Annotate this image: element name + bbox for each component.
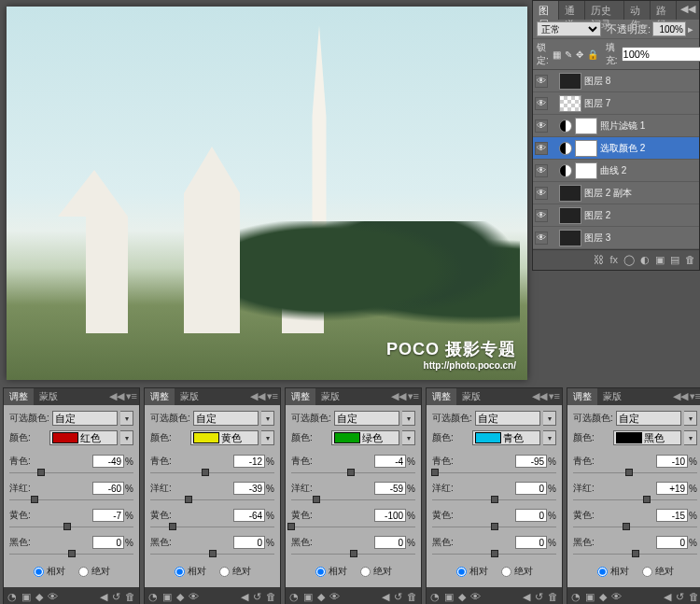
slider-value-input[interactable] [656,509,688,522]
collapse-icon[interactable]: ◀◀ [109,390,124,403]
tab-layers[interactable]: 图层 [533,1,559,20]
link-icon[interactable]: ⛓ [594,254,604,266]
visibility-eye-icon[interactable]: 👁 [535,209,548,222]
slider-handle[interactable] [287,523,295,530]
relative-radio[interactable]: 相对 [456,565,488,578]
menu-icon[interactable]: ▾≡ [126,390,137,403]
fx-icon[interactable]: fx [609,254,618,266]
slider-value-input[interactable] [656,482,688,495]
tab-adjustments[interactable]: 调整 [427,388,456,405]
opacity-input[interactable] [652,21,686,36]
lock-all-icon[interactable]: 🔒 [587,49,598,60]
slider-handle[interactable] [63,523,71,530]
tab-channels[interactable]: 通道 [559,1,585,20]
layer-row[interactable]: 👁图层 2 副本 [533,182,699,204]
menu-icon[interactable]: ▾≡ [690,390,700,403]
lock-pixels-icon[interactable]: ✎ [565,49,572,60]
collapse-icon[interactable]: ◀◀ [677,1,699,20]
slider-value-input[interactable] [92,482,124,495]
preset-dropdown[interactable]: 自定 [334,411,399,426]
prev-icon[interactable]: ◀ [241,591,248,603]
slider-handle[interactable] [169,523,176,530]
slider-track[interactable] [291,496,415,505]
preset-dropdown[interactable]: 自定 [193,411,259,426]
tab-masks[interactable]: 蒙版 [456,388,486,405]
absolute-radio[interactable]: 绝对 [78,565,110,578]
slider-value-input[interactable] [233,482,265,495]
dropdown-arrow-icon[interactable]: ▾ [684,430,697,445]
slider-value-input[interactable] [515,482,547,495]
slider-track[interactable] [432,550,556,559]
tab-actions[interactable]: 动作 [624,1,651,20]
menu-icon[interactable]: ▾≡ [267,390,278,403]
slider-handle[interactable] [31,496,38,503]
slider-track[interactable] [150,496,274,505]
slider-track[interactable] [150,469,274,478]
tab-adjustments[interactable]: 调整 [567,388,597,405]
slider-track[interactable] [432,496,556,505]
clip-icon[interactable]: ◆ [458,591,466,603]
visibility-eye-icon[interactable]: 👁 [535,142,548,155]
clip-icon[interactable]: ◆ [176,591,184,603]
slider-handle[interactable] [68,550,76,557]
trash-icon[interactable]: 🗑 [689,591,699,603]
slider-handle[interactable] [209,550,217,557]
slider-handle[interactable] [37,469,45,476]
tab-adjustments[interactable]: 调整 [286,388,315,405]
slider-value-input[interactable] [233,455,265,468]
visibility-eye-icon[interactable]: 👁 [535,187,548,200]
slider-track[interactable] [573,469,697,478]
relative-radio[interactable]: 相对 [597,565,629,578]
new-icon[interactable]: ▣ [444,591,454,603]
layer-row[interactable]: 👁照片滤镜 1 [533,115,699,137]
slider-value-input[interactable] [515,536,547,549]
slider-handle[interactable] [202,469,209,476]
slider-handle[interactable] [491,523,498,530]
prev-icon[interactable]: ◀ [664,591,671,603]
collapse-icon[interactable]: ◀◀ [391,390,406,403]
tab-masks[interactable]: 蒙版 [34,388,63,405]
slider-track[interactable] [9,469,133,478]
slider-track[interactable] [432,523,556,532]
slider-value-input[interactable] [374,509,406,522]
slider-track[interactable] [291,523,415,532]
trash-icon[interactable]: 🗑 [407,591,417,603]
color-dropdown[interactable]: 黄色 [190,430,259,445]
slider-track[interactable] [573,523,697,532]
absolute-radio[interactable]: 绝对 [219,565,251,578]
slider-handle[interactable] [643,496,651,503]
fill-input[interactable] [622,47,700,62]
tab-adjustments[interactable]: 调整 [4,388,34,405]
adj-icon[interactable]: ◔ [430,591,440,603]
visibility-eye-icon[interactable]: 👁 [535,232,548,245]
dropdown-arrow-icon[interactable]: ▾ [402,430,415,445]
reset-icon[interactable]: ↺ [394,591,402,603]
visibility-eye-icon[interactable]: 👁 [535,97,548,110]
slider-track[interactable] [291,469,415,478]
tab-masks[interactable]: 蒙版 [315,388,345,405]
lock-transparent-icon[interactable]: ▦ [553,49,561,60]
layer-row[interactable]: 👁图层 3 [533,227,699,249]
clip-icon[interactable]: ◆ [35,591,43,603]
eye-icon[interactable]: 👁 [470,591,481,603]
dropdown-arrow-icon[interactable]: ▾ [120,411,133,426]
slider-track[interactable] [432,469,556,478]
dropdown-arrow-icon[interactable]: ▾ [543,411,556,426]
prev-icon[interactable]: ◀ [100,591,107,603]
lock-position-icon[interactable]: ✥ [576,49,583,60]
preset-dropdown[interactable]: 自定 [475,411,540,426]
reset-icon[interactable]: ↺ [535,591,543,603]
dropdown-arrow-icon[interactable]: ▾ [261,430,274,445]
collapse-icon[interactable]: ◀◀ [673,390,688,403]
slider-handle[interactable] [431,469,439,476]
eye-icon[interactable]: 👁 [329,591,340,603]
slider-handle[interactable] [347,469,355,476]
slider-track[interactable] [150,523,274,532]
eye-icon[interactable]: 👁 [48,591,58,603]
slider-value-input[interactable] [92,509,124,522]
adj-icon[interactable]: ◔ [289,591,299,603]
slider-track[interactable] [9,550,133,559]
slider-value-input[interactable] [233,509,265,522]
slider-track[interactable] [291,550,415,559]
reset-icon[interactable]: ↺ [253,591,261,603]
